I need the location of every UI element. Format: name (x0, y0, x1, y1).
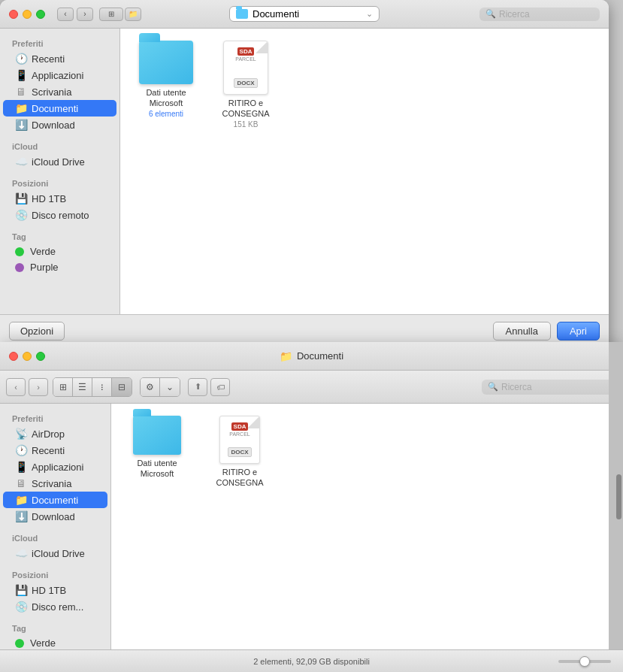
share-button[interactable]: ⬆ (188, 378, 207, 396)
forward-button[interactable]: › (77, 8, 93, 21)
folder-icon: 📁 (15, 102, 27, 114)
bottom-section-preferiti: Preferiti (0, 410, 110, 425)
folder-icon (236, 9, 248, 19)
top-file-area: Dati utenteMicrosoft 6 elementi SDA PARC… (120, 29, 609, 314)
bottom-docx-icon: SDA PARCEL DOCX (219, 416, 260, 464)
bottom-file-ritiro-consegna[interactable]: SDA PARCEL DOCX RITIRO eCONSEGNA (206, 416, 274, 489)
sidebar-item-hd1tb[interactable]: 💾 HD 1TB (3, 190, 116, 207)
open-button[interactable]: Apri (557, 322, 600, 341)
sidebar-item-verde[interactable]: Verde (3, 244, 116, 259)
status-text: 2 elementi, 92,09 GB disponibili (253, 657, 370, 666)
slider-track (558, 660, 611, 663)
bottom-sidebar-applicazioni[interactable]: 📱 Applicazioni (3, 459, 107, 475)
file-name-ritiro-consegna: RITIRO eCONSEGNA (222, 98, 270, 120)
folder-icon-large (139, 41, 193, 84)
section-label-posizioni: Posizioni (0, 174, 119, 190)
file-item-dati-utente[interactable]: Dati utenteMicrosoft 6 elementi (132, 41, 200, 129)
bottom-folder-icon: 📁 (15, 494, 27, 506)
bottom-docx-badge: DOCX (228, 447, 251, 457)
options-button[interactable]: Opzioni (9, 322, 65, 341)
new-folder-button[interactable]: 📁 (125, 8, 141, 21)
bottom-folder-large (133, 416, 181, 455)
view-list-button[interactable]: ☰ (73, 378, 92, 396)
arrange-chevron-button[interactable]: ⌄ (160, 378, 180, 396)
view-gallery-button[interactable]: ⊟ (112, 378, 132, 396)
bottom-sidebar-airdrop[interactable]: 📡 AirDrop (3, 425, 107, 442)
bottom-sidebar-scrivania[interactable]: 🖥 Scrivania (3, 475, 107, 492)
bottom-apps-icon: 📱 (15, 461, 27, 473)
bottom-sidebar-download[interactable]: ⬇️ Download (3, 508, 107, 525)
sidebar-item-purple[interactable]: Purple (3, 259, 116, 275)
bottom-search-bar[interactable]: 🔍 Ricerca (482, 380, 617, 395)
bottom-close-button[interactable] (9, 352, 18, 361)
bottom-sidebar-documenti[interactable]: 📁 Documenti (3, 492, 107, 508)
bottom-nav-buttons: ‹ › (6, 378, 48, 396)
bottom-sidebar: Preferiti 📡 AirDrop 🕐 Recenti 📱 Applicaz… (0, 404, 111, 649)
file-meta-dati-utente: 6 elementi (149, 110, 183, 118)
view-mode-buttons: ⊞ ☰ ⫶ ⊟ (53, 377, 132, 397)
minimize-button[interactable] (23, 10, 32, 19)
section-label-tag: Tag (0, 228, 119, 244)
scrollbar-thumb[interactable] (616, 474, 621, 519)
docx-icon-large: SDA PARCEL DOCX (223, 41, 268, 95)
tag-button[interactable]: 🏷 (210, 378, 230, 396)
bottom-label-icloud-drive: iCloud Drive (32, 548, 85, 559)
bottom-sidebar-hd1tb[interactable]: 💾 HD 1TB (3, 582, 107, 598)
sidebar-item-icloud-drive[interactable]: ☁️ iCloud Drive (3, 153, 116, 170)
sidebar-item-download[interactable]: ⬇️ Download (3, 117, 116, 133)
finder-window: 📁 Documenti ‹ › ⊞ ☰ ⫶ ⊟ ⚙ ⌄ ⬆ 🏷 🔍 Ricerc… (0, 342, 623, 672)
apps-icon: 📱 (15, 69, 27, 81)
cancel-button[interactable]: Annulla (493, 322, 551, 341)
share-buttons: ⬆ 🏷 (188, 378, 230, 396)
download-icon: ⬇️ (15, 119, 27, 131)
view-icon-button[interactable]: ⊞ (53, 378, 73, 396)
desktop-icon: 🖥 (15, 86, 27, 98)
bottom-label-airdrop: AirDrop (32, 428, 65, 440)
section-label-preferiti: Preferiti (0, 35, 119, 50)
dialog-buttons: Annulla Apri (493, 322, 600, 341)
size-slider[interactable] (558, 660, 611, 663)
bottom-label-verde: Verde (30, 637, 56, 649)
bottom-sidebar-recenti[interactable]: 🕐 Recenti (3, 442, 107, 459)
back-button[interactable]: ‹ (57, 8, 74, 21)
sidebar-label-disco-remoto: Disco remoto (32, 210, 89, 221)
bottom-disk-icon: 💿 (15, 601, 27, 613)
bottom-green-dot (15, 639, 24, 648)
clock-icon: 🕐 (15, 53, 27, 65)
arrange-button[interactable]: ⚙ (141, 378, 160, 396)
top-titlebar: ‹ › ⊞ 📁 Documenti ⌄ 🔍 Ricerca (0, 0, 609, 29)
search-bar[interactable]: 🔍 Ricerca (479, 8, 600, 21)
bottom-sidebar-icloud-drive[interactable]: ☁️ iCloud Drive (3, 545, 107, 562)
bottom-sda-logo: SDA PARCEL (229, 422, 250, 437)
bottom-sidebar-verde[interactable]: Verde (3, 635, 107, 649)
maximize-button[interactable] (36, 10, 45, 19)
close-button[interactable] (9, 10, 18, 19)
sidebar-item-applicazioni[interactable]: 📱 Applicazioni (3, 67, 116, 83)
slider-thumb[interactable] (579, 656, 590, 667)
bottom-file-dati-utente[interactable]: Dati utenteMicrosoft (123, 416, 191, 489)
sidebar-label-hd1tb: HD 1TB (32, 193, 66, 204)
bottom-folder-icon: 📁 (280, 350, 292, 362)
bottom-titlebar: 📁 Documenti (0, 342, 623, 371)
sidebar-item-scrivania[interactable]: 🖥 Scrivania (3, 83, 116, 100)
bottom-sidebar-disco-rem[interactable]: 💿 Disco rem... (3, 598, 107, 615)
path-bar[interactable]: Documenti ⌄ (229, 6, 380, 22)
bottom-forward-button[interactable]: › (29, 378, 48, 396)
sidebar-item-documenti[interactable]: 📁 Documenti (3, 100, 116, 117)
bottom-label-documenti: Documenti (32, 495, 78, 506)
bottom-back-button[interactable]: ‹ (6, 378, 26, 396)
bottom-content: Preferiti 📡 AirDrop 🕐 Recenti 📱 Applicaz… (0, 404, 623, 649)
view-column-button[interactable]: ⫶ (92, 378, 112, 396)
bottom-label-disco-rem: Disco rem... (32, 601, 83, 613)
view-grid-button[interactable]: ⊞ (99, 8, 123, 21)
file-item-ritiro-consegna[interactable]: SDA PARCEL DOCX RITIRO eCONSEGNA 151 KB (212, 41, 280, 129)
bottom-section-icloud: iCloud (0, 529, 110, 545)
save-dialog-window: ‹ › ⊞ 📁 Documenti ⌄ 🔍 Ricerca Preferiti … (0, 0, 609, 347)
chevron-down-icon: ⌄ (366, 9, 373, 19)
sidebar-item-disco-remoto[interactable]: 💿 Disco remoto (3, 207, 116, 223)
bottom-desktop-icon: 🖥 (15, 477, 27, 489)
bottom-minimize-button[interactable] (23, 352, 32, 361)
bottom-maximize-button[interactable] (36, 352, 45, 361)
green-tag-dot (15, 247, 24, 256)
sidebar-item-recenti[interactable]: 🕐 Recenti (3, 50, 116, 67)
